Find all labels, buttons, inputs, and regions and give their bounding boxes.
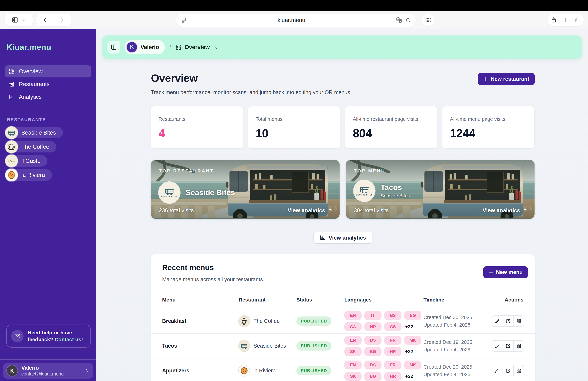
menu-name[interactable]: Appetizers bbox=[162, 368, 239, 374]
sidebar-item-analytics[interactable]: Analytics bbox=[5, 91, 91, 103]
new-menu-button[interactable]: New menu bbox=[483, 266, 528, 278]
extensions-grid-button[interactable] bbox=[422, 14, 434, 26]
restaurant-logo-pizza-icon bbox=[5, 169, 18, 181]
browser-sidebar-control[interactable] bbox=[5, 14, 33, 26]
recent-menus-title: Recent menus bbox=[162, 263, 528, 272]
hero-title: Seaside Bites bbox=[186, 188, 235, 197]
languages-cell: EN IT BS BG CA HR CS +22 bbox=[344, 311, 425, 331]
table-row: Appetizers la Riviera PUBLISHED EN BS FR… bbox=[151, 358, 535, 381]
user-menu[interactable]: K Valerio contact@kiuar.menu bbox=[3, 363, 93, 379]
address-bar[interactable]: kiuar.menu A bbox=[176, 14, 416, 27]
language-badge: HR bbox=[384, 372, 401, 381]
restaurant-name: The Coffee bbox=[253, 318, 280, 324]
arrow-up-right-icon bbox=[523, 208, 528, 213]
stat-value: 10 bbox=[256, 127, 333, 140]
chevrons-up-down-icon bbox=[84, 368, 89, 373]
browser-toolbar: kiuar.menu A bbox=[0, 11, 588, 29]
open-menu-button[interactable] bbox=[503, 365, 513, 376]
updated-date: Updated Feb 4, 2026 bbox=[423, 371, 492, 378]
restaurant-cell: The Coffee bbox=[239, 316, 296, 327]
stat-card-restaurant-visits: All-time restaurant page visits 804 bbox=[345, 106, 437, 148]
view-analytics-link[interactable]: View analytics bbox=[483, 207, 528, 214]
column-header-languages: Languages bbox=[344, 297, 423, 303]
view-analytics-button[interactable]: View analytics bbox=[314, 232, 372, 244]
sidebar-item-restaurants[interactable]: Restaurants bbox=[5, 78, 91, 90]
new-tab-icon[interactable] bbox=[563, 17, 569, 23]
actions-group bbox=[492, 340, 524, 352]
sidebar: Kiuar.menu Overview Restaurants bbox=[0, 29, 96, 381]
forward-button[interactable] bbox=[54, 14, 71, 26]
open-menu-button[interactable] bbox=[503, 340, 513, 351]
contact-us-link[interactable]: Contact us! bbox=[55, 336, 83, 342]
qr-code-button[interactable] bbox=[513, 365, 524, 376]
share-icon[interactable] bbox=[551, 17, 557, 23]
restaurant-logo-truck-icon bbox=[5, 126, 18, 139]
language-badge: HR bbox=[384, 347, 401, 356]
sidebar-toggle-button[interactable] bbox=[107, 41, 120, 53]
hero-footer: 236 total visits View analytics bbox=[159, 207, 333, 214]
stat-label: All-time restaurant page visits bbox=[353, 116, 430, 122]
stat-card-restaurants: Restaurants 4 bbox=[151, 106, 243, 148]
reader-view-icon[interactable] bbox=[181, 17, 187, 23]
recent-menus-card: Recent menus Manage menus across all you… bbox=[151, 254, 535, 381]
qr-code-button[interactable] bbox=[513, 340, 524, 351]
dashboard-icon bbox=[9, 68, 15, 74]
restaurant-name: Seaside Bites bbox=[253, 343, 286, 349]
languages-more-count: +22 bbox=[405, 349, 413, 354]
status-cell: PUBLISHED bbox=[296, 341, 344, 351]
edit-menu-button[interactable] bbox=[492, 340, 503, 351]
sidebar-restaurant-the-coffee[interactable]: The Coffee bbox=[5, 141, 89, 153]
language-badge: FR bbox=[384, 360, 401, 369]
tab-overview-icon[interactable] bbox=[575, 17, 581, 23]
sidebar-restaurant-la-riviera[interactable]: la Riviera bbox=[5, 169, 89, 181]
top-menu-card[interactable]: TOP MENU SEASIDE BITES Tacos Seaside Bit… bbox=[346, 160, 535, 219]
feedback-card[interactable]: Need help or have feedback? Contact us! bbox=[6, 325, 91, 348]
sidebar-restaurant-il-gusto[interactable]: il Gusto bbox=[5, 155, 89, 167]
language-badge: BG bbox=[364, 372, 381, 381]
created-date: Created Dec 19, 2025 bbox=[423, 338, 492, 346]
back-button[interactable] bbox=[37, 14, 54, 26]
sidebar-restaurant-seaside-bites[interactable]: Seaside Bites bbox=[5, 127, 89, 138]
chevron-down-icon[interactable] bbox=[22, 18, 26, 22]
edit-menu-button[interactable] bbox=[492, 365, 503, 376]
seaside-bites-logo: SEASIDE BITES bbox=[159, 182, 180, 203]
restaurants-section-label: RESTAURANTS bbox=[7, 117, 46, 122]
language-badge: BS bbox=[364, 336, 381, 345]
app-logo[interactable]: Kiuar.menu bbox=[6, 42, 51, 52]
reload-icon[interactable] bbox=[405, 17, 411, 23]
language-badge: MK bbox=[404, 360, 421, 369]
sidebar-item-label: Overview bbox=[19, 68, 43, 75]
panel-left-icon[interactable] bbox=[12, 17, 19, 23]
panel-left-icon bbox=[110, 44, 117, 51]
hero-subtitle: Seaside Bites bbox=[381, 193, 410, 199]
recent-menus-head: Recent menus Manage menus across all you… bbox=[151, 254, 535, 291]
sidebar-item-label: Restaurants bbox=[19, 81, 49, 88]
restaurant-cell: la Riviera bbox=[239, 365, 296, 376]
created-date: Created Dec 30, 2025 bbox=[423, 314, 492, 321]
column-header-timeline: Timeline bbox=[423, 297, 492, 303]
stats-row: Restaurants 4 Total menus 10 All-time re… bbox=[151, 106, 534, 148]
translate-icon[interactable]: A bbox=[396, 17, 402, 23]
menu-name[interactable]: Breakfast bbox=[162, 318, 239, 324]
hero-visits: 304 total visits bbox=[354, 207, 389, 214]
language-badge: FR bbox=[384, 336, 401, 345]
sidebar-item-overview[interactable]: Overview bbox=[5, 65, 91, 77]
status-cell: PUBLISHED bbox=[296, 366, 344, 375]
grid-dots-icon bbox=[425, 17, 431, 23]
menu-name[interactable]: Tacos bbox=[162, 343, 239, 349]
language-badge: MK bbox=[404, 336, 421, 345]
open-menu-button[interactable] bbox=[503, 316, 513, 326]
external-link-icon bbox=[505, 318, 511, 324]
sidebar-divider bbox=[0, 359, 96, 360]
new-restaurant-button[interactable]: New restaurant bbox=[478, 73, 535, 85]
view-analytics-label: View analytics bbox=[483, 207, 520, 214]
stat-card-menu-visits: All-time menu page visits 1244 bbox=[442, 106, 534, 148]
language-badge: EN bbox=[344, 360, 361, 369]
view-analytics-link[interactable]: View analytics bbox=[288, 207, 333, 214]
edit-menu-button[interactable] bbox=[492, 316, 503, 326]
url-text[interactable]: kiuar.menu bbox=[187, 17, 396, 23]
language-badge: SK bbox=[344, 347, 361, 356]
user-avatar: K bbox=[7, 365, 18, 376]
top-restaurant-card[interactable]: TOP RESTAURANT SEASIDE BITES Seaside Bit… bbox=[151, 160, 339, 219]
qr-code-button[interactable] bbox=[513, 316, 524, 326]
